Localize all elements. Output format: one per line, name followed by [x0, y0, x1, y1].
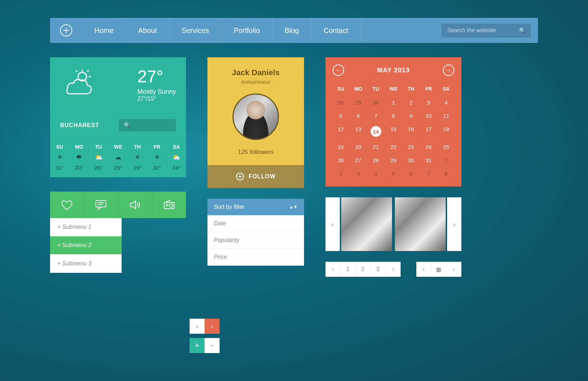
cal-day[interactable]: 28 — [333, 97, 349, 108]
sort-option[interactable]: Popularity — [207, 232, 304, 249]
cal-day[interactable]: 19 — [333, 141, 349, 153]
search-icon[interactable]: 🔍 — [519, 27, 526, 34]
sort-option[interactable]: Date — [207, 215, 304, 232]
cal-day[interactable]: 28 — [368, 154, 384, 166]
cal-day[interactable]: 23 — [403, 141, 419, 153]
cal-day[interactable]: 17 — [421, 123, 437, 140]
cal-day[interactable]: 1 — [438, 154, 454, 166]
page-next[interactable]: › — [386, 262, 401, 277]
nav-contact[interactable]: Contact — [312, 18, 361, 43]
mini-minus[interactable]: − — [205, 338, 220, 353]
forecast-day[interactable]: WE☁23° — [108, 138, 128, 177]
nav-services[interactable]: Services — [170, 18, 222, 43]
search-input[interactable] — [447, 27, 519, 34]
cal-day[interactable]: 31 — [421, 154, 437, 166]
cal-next-button[interactable]: → — [443, 64, 454, 76]
profile-card: Jack Daniels Antepreneur 125 followers F… — [207, 57, 304, 188]
cal-day[interactable]: 12 — [333, 123, 349, 140]
cal-day[interactable]: 4 — [438, 97, 454, 108]
follow-button[interactable]: FOLLOW — [207, 165, 304, 188]
cal-day[interactable]: 2 — [333, 168, 349, 179]
grid-icon[interactable]: ▦ — [431, 262, 446, 277]
mini-prev[interactable]: ‹ — [190, 319, 205, 334]
cal-dow: MO — [350, 82, 366, 95]
sun-icon: ☀ — [128, 153, 147, 161]
cal-day[interactable]: 3 — [421, 97, 437, 108]
cal-day[interactable]: 8 — [438, 168, 454, 179]
cal-day[interactable]: 10 — [421, 110, 437, 122]
forecast-day[interactable]: SA⛅24° — [167, 138, 186, 177]
city-search[interactable]: 🔍 — [119, 119, 176, 131]
cal-day[interactable]: 2 — [403, 97, 419, 108]
cal-day[interactable]: 6 — [350, 110, 366, 122]
tab-radio[interactable] — [152, 192, 186, 218]
page-number[interactable]: 1 — [340, 262, 356, 277]
tab-chat[interactable] — [84, 192, 118, 218]
cal-day[interactable]: 13 — [350, 123, 366, 140]
grid-prev[interactable]: ‹ — [416, 262, 431, 277]
cal-day[interactable]: 18 — [438, 123, 454, 140]
mini-plus[interactable]: + — [190, 338, 205, 353]
cal-day[interactable]: 5 — [385, 168, 401, 179]
carousel-next[interactable]: › — [447, 197, 461, 251]
cal-day[interactable]: 22 — [385, 141, 401, 153]
forecast-day[interactable]: TU⛅25° — [89, 138, 108, 177]
forecast-day[interactable]: SU☀31° — [50, 138, 69, 177]
cal-day[interactable]: 9 — [403, 110, 419, 122]
submenu-item[interactable]: Submenu 1 — [50, 218, 122, 236]
tab-speaker[interactable] — [118, 192, 152, 218]
page-number[interactable]: 2 — [356, 262, 371, 277]
chevron-right-icon: → — [446, 67, 451, 73]
nav-blog[interactable]: Blog — [273, 18, 312, 43]
sun-icon: ☀ — [50, 153, 69, 161]
cal-day[interactable]: 29 — [350, 97, 366, 108]
nav-about[interactable]: About — [126, 18, 169, 43]
carousel-prev[interactable]: ‹ — [325, 197, 340, 251]
forecast-day[interactable]: TH☀29° — [128, 138, 147, 177]
cal-day[interactable]: 24 — [421, 141, 437, 153]
forecast-day[interactable]: FR☀32° — [147, 138, 167, 177]
mini-next[interactable]: › — [205, 319, 220, 334]
sort-dropdown: Sort by filter ▲▼ Date Popularity Price — [207, 199, 304, 266]
cal-day[interactable]: 30 — [368, 97, 384, 108]
grid-next[interactable]: › — [446, 262, 461, 277]
sort-option[interactable]: Price — [207, 249, 304, 266]
partly-cloudy-icon: ⛅ — [89, 153, 108, 161]
submenu-item[interactable]: Submenu 3 — [50, 255, 122, 273]
weather-condition: Mostly Sunny — [137, 88, 176, 96]
nav-home[interactable]: Home — [82, 18, 126, 43]
cal-day[interactable]: 1 — [385, 97, 401, 108]
cal-day[interactable]: 25 — [438, 141, 454, 153]
cal-day[interactable]: 20 — [350, 141, 366, 153]
image-carousel: ‹ › — [325, 197, 461, 251]
cal-day[interactable]: 4 — [368, 168, 384, 179]
cal-day[interactable]: 3 — [350, 168, 366, 179]
cal-day[interactable]: 29 — [385, 154, 401, 166]
cal-title: MAY 2013 — [344, 67, 443, 74]
cal-day[interactable]: 7 — [368, 110, 384, 122]
carousel-image[interactable] — [395, 197, 446, 251]
cal-day[interactable]: 21 — [368, 141, 384, 153]
sort-header[interactable]: Sort by filter ▲▼ — [207, 199, 304, 215]
page-number[interactable]: 3 — [371, 262, 386, 277]
logo-plus-icon[interactable] — [50, 18, 82, 43]
nav-portfolio[interactable]: Portfolio — [221, 18, 272, 43]
cal-prev-button[interactable]: ← — [333, 64, 344, 76]
cal-day[interactable]: 14 — [368, 123, 384, 140]
cal-day[interactable]: 8 — [385, 110, 401, 122]
cal-day[interactable]: 16 — [403, 123, 419, 140]
cal-day[interactable]: 7 — [421, 168, 437, 179]
cal-day[interactable]: 26 — [333, 154, 349, 166]
cal-day[interactable]: 27 — [350, 154, 366, 166]
carousel-image[interactable] — [341, 197, 392, 251]
tab-heart[interactable] — [50, 192, 84, 218]
nav-links: Home About Services Portfolio Blog Conta… — [82, 18, 361, 43]
cal-day[interactable]: 5 — [333, 110, 349, 122]
page-prev[interactable]: ‹ — [325, 262, 340, 277]
cal-day[interactable]: 30 — [403, 154, 419, 166]
cal-day[interactable]: 6 — [403, 168, 419, 179]
cal-day[interactable]: 15 — [385, 123, 401, 140]
forecast-day[interactable]: MO🌧20° — [69, 138, 89, 177]
cal-day[interactable]: 11 — [438, 110, 454, 122]
submenu-item[interactable]: Submenu 2 — [50, 236, 122, 255]
